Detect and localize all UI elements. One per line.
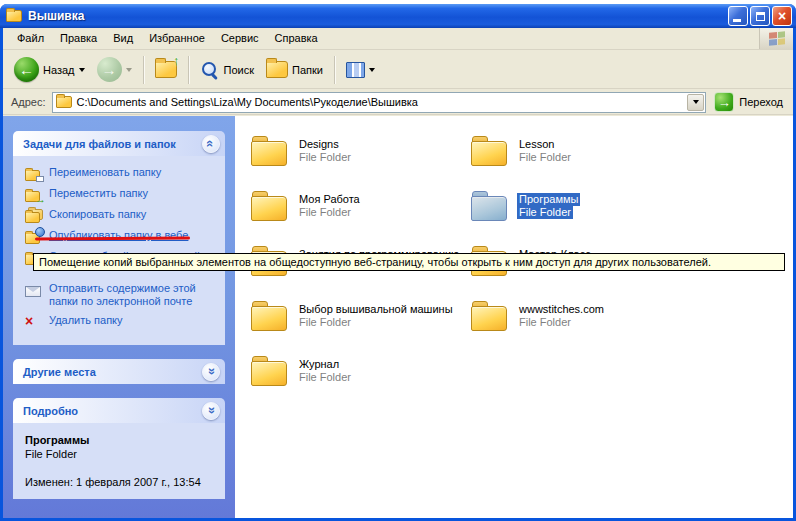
up-folder-icon: ↑ (155, 61, 177, 78)
menu-file[interactable]: Файл (9, 28, 52, 49)
details-section: Подробно Программы File Folder Изменен: … (13, 398, 225, 499)
menu-favorites[interactable]: Избранное (141, 28, 213, 49)
file-type: File Folder (517, 151, 573, 164)
up-button[interactable]: ↑ (150, 58, 182, 81)
search-icon (200, 60, 220, 80)
menu-view[interactable]: Вид (105, 28, 141, 49)
toolbar-separator (188, 56, 189, 84)
title-bar[interactable]: Вышивка × (0, 4, 796, 28)
address-label: Адрес: (11, 96, 46, 108)
file-type: File Folder (297, 206, 353, 219)
address-dropdown-button[interactable] (687, 94, 704, 111)
file-name: Журнал (297, 358, 341, 371)
collapse-chevron-icon[interactable] (202, 135, 220, 153)
folders-icon (266, 61, 288, 78)
address-bar: Адрес: C:\Documents and Settings\Liza\My… (3, 90, 793, 115)
file-list: DesignsFile Folder LessonFile Folder Моя… (235, 116, 793, 518)
folders-button[interactable]: Папки (261, 58, 328, 81)
task-rename-folder[interactable]: Переименовать папку (25, 166, 219, 181)
file-name: Designs (297, 138, 341, 151)
file-item-vybor-mashiny[interactable]: Выбор вышивальной машиныFile Folder (251, 301, 455, 332)
file-item-moya-rabota[interactable]: Моя РаботаFile Folder (251, 191, 362, 222)
other-places-header[interactable]: Другие места (13, 359, 225, 384)
delete-folder-icon: × (25, 315, 42, 329)
menu-tools[interactable]: Сервис (213, 28, 267, 49)
minimize-icon (733, 19, 741, 22)
folders-label: Папки (292, 64, 323, 76)
maximize-icon (756, 12, 765, 21)
go-button[interactable]: → Переход (706, 92, 791, 112)
file-tasks-header[interactable]: Задачи для файлов и папок (13, 131, 225, 156)
folder-icon (251, 301, 289, 332)
go-arrow-icon: → (714, 92, 734, 112)
folder-icon (471, 136, 509, 167)
windows-logo (759, 28, 793, 49)
file-item-lesson[interactable]: LessonFile Folder (471, 136, 573, 167)
expand-chevron-icon[interactable] (202, 402, 220, 420)
menu-bar: Файл Правка Вид Избранное Сервис Справка (3, 28, 793, 50)
file-name: wwwstitches.com (517, 303, 606, 316)
file-type: File Folder (297, 316, 353, 329)
minimize-button[interactable] (728, 6, 748, 26)
close-button[interactable]: × (772, 6, 792, 26)
details-folder-type: File Folder (25, 447, 219, 461)
main-area: Задачи для файлов и папок Переименовать … (3, 116, 793, 518)
other-places-title: Другие места (23, 366, 96, 378)
task-move-folder[interactable]: → Переместить папку (25, 187, 219, 202)
windows-flag-icon (769, 31, 785, 46)
menu-help[interactable]: Справка (267, 28, 326, 49)
expand-chevron-icon[interactable] (202, 363, 220, 381)
maximize-button[interactable] (750, 6, 770, 26)
details-folder-name: Программы (25, 433, 219, 447)
file-item-wwwstitches[interactable]: wwwstitches.comFile Folder (471, 301, 606, 332)
forward-icon: → (97, 57, 122, 82)
chevron-down-icon (693, 100, 699, 104)
copy-folder-icon (25, 209, 42, 223)
toolbar: ← Назад → ↑ Поиск Папки (3, 51, 793, 89)
move-folder-icon: → (25, 188, 42, 202)
file-type: File Folder (517, 206, 573, 219)
address-input[interactable]: C:\Documents and Settings\Liza\My Docume… (52, 92, 707, 113)
task-delete-folder[interactable]: × Удалить папку (25, 314, 219, 329)
forward-dropdown-icon (126, 68, 132, 72)
file-name: Выбор вышивальной машины (297, 303, 455, 316)
back-icon: ← (14, 57, 39, 82)
toolbar-separator (334, 56, 335, 84)
window-folder-icon (6, 10, 22, 22)
file-item-programmy-selected[interactable]: ПрограммыFile Folder (471, 191, 580, 222)
back-label: Назад (43, 64, 75, 76)
details-modified: Изменен: 1 февраля 2007 г., 13:54 (25, 475, 219, 489)
details-title: Подробно (23, 405, 78, 417)
file-name: Lesson (517, 138, 556, 151)
details-header[interactable]: Подробно (13, 398, 225, 423)
folder-icon-selected (471, 191, 509, 222)
file-type: File Folder (517, 316, 573, 329)
toolbar-separator (143, 56, 144, 84)
file-item-designs[interactable]: DesignsFile Folder (251, 136, 353, 167)
window-client-area: Файл Правка Вид Избранное Сервис Справка… (3, 28, 793, 518)
details-body: Программы File Folder Изменен: 1 февраля… (13, 423, 225, 499)
views-icon (346, 62, 365, 78)
go-label: Переход (739, 96, 783, 108)
publish-tooltip: Помещение копий выбранных элементов на о… (33, 253, 785, 271)
folder-icon (471, 301, 509, 332)
address-folder-icon (56, 96, 72, 108)
search-button[interactable]: Поиск (195, 57, 259, 83)
menu-edit[interactable]: Правка (52, 28, 105, 49)
up-arrow-icon: ↑ (173, 53, 180, 68)
views-button[interactable] (341, 59, 380, 81)
back-button[interactable]: ← Назад (9, 54, 90, 85)
address-path: C:\Documents and Settings\Liza\My Docume… (77, 96, 418, 108)
email-folder-icon (25, 283, 42, 297)
forward-button[interactable]: → (92, 54, 137, 85)
folder-icon (251, 191, 289, 222)
task-email-folder[interactable]: Отправить содержимое этой папки по элект… (25, 282, 219, 308)
file-name: Моя Работа (297, 193, 362, 206)
file-tasks-body: Переименовать папку → Переместить папку … (13, 156, 225, 345)
rename-folder-icon (25, 167, 42, 181)
explorer-window: Вышивка × Файл Правка Вид Избранное Серв… (0, 4, 796, 521)
back-dropdown-icon[interactable] (79, 68, 85, 72)
folder-icon (251, 356, 289, 387)
file-item-zhurnal[interactable]: ЖурналFile Folder (251, 356, 353, 387)
task-copy-folder[interactable]: Скопировать папку (25, 208, 219, 223)
